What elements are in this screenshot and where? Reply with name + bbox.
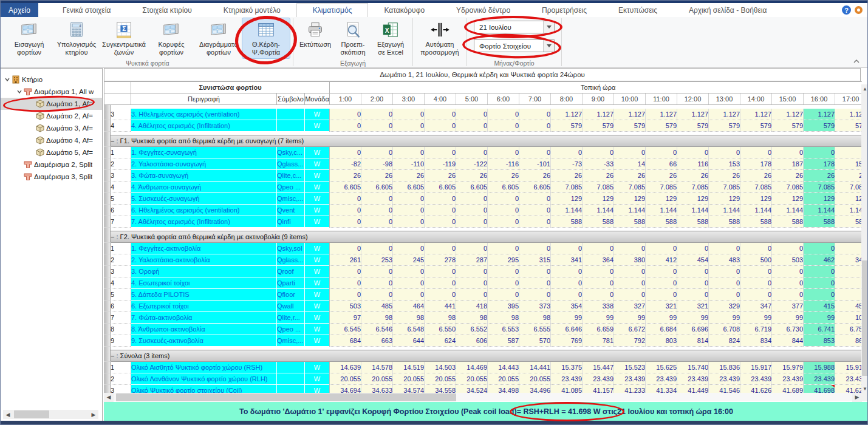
value-cell[interactable]: 0 [393, 147, 425, 158]
value-cell[interactable]: 462 [804, 254, 835, 266]
value-cell[interactable]: 327 [614, 301, 646, 312]
symbol-cell[interactable] [277, 362, 305, 373]
tab-quantities[interactable]: Προμετρήσεις [526, 3, 603, 17]
value-cell[interactable]: 0 [772, 266, 804, 277]
value-cell[interactable]: 14.578 [361, 362, 393, 373]
value-cell[interactable]: 15.836 [709, 362, 740, 373]
load-charts-button[interactable]: Διαγράμματα φορτίων [195, 18, 242, 58]
tree-item[interactable]: Δωμάτιο 3, Af= [1, 122, 102, 134]
value-cell[interactable]: 6.605 [361, 182, 393, 193]
value-cell[interactable]: 178 [804, 158, 835, 170]
load-description-cell[interactable]: Ολικό Αισθητό Ψυκτικό φορτίο χώρου (RSH) [131, 362, 277, 373]
value-cell[interactable]: 0 [519, 120, 551, 132]
value-cell[interactable]: 0 [393, 120, 425, 132]
tree-item[interactable]: Δωμάτιο 4, Af= [1, 134, 102, 146]
value-cell[interactable]: 129 [646, 193, 677, 205]
value-cell[interactable]: 684 [330, 335, 361, 347]
value-cell[interactable]: 0 [740, 243, 772, 254]
scroll-right-icon[interactable]: ▶ [852, 393, 862, 402]
value-cell[interactable]: 0 [361, 243, 393, 254]
value-cell[interactable]: 0 [835, 243, 862, 254]
value-cell[interactable]: 0 [740, 266, 772, 277]
value-cell[interactable]: 6.552 [456, 324, 488, 335]
value-cell[interactable]: 0 [361, 193, 393, 205]
value-cell[interactable]: 14.639 [330, 362, 361, 373]
value-cell[interactable]: 6.605 [519, 182, 551, 193]
tab-home-help[interactable]: Αρχική σελίδα - Βοήθεια [673, 3, 782, 17]
value-cell[interactable]: 0 [456, 289, 488, 301]
value-cell[interactable]: 418 [456, 301, 488, 312]
load-description-cell[interactable]: 5. Συσκευές-συναγωγή [131, 193, 277, 205]
value-cell[interactable]: 0 [456, 205, 488, 216]
load-description-cell[interactable]: 5. Δάπεδα PILOTIS [131, 289, 277, 301]
value-cell[interactable]: -33 [583, 158, 614, 170]
value-cell[interactable]: 1.127 [583, 109, 614, 120]
value-cell[interactable]: 7.085 [551, 182, 583, 193]
value-cell[interactable]: 14.519 [393, 362, 425, 373]
value-cell[interactable]: 0 [519, 147, 551, 158]
value-cell[interactable]: 99 [740, 312, 772, 324]
value-cell[interactable]: 0 [330, 193, 361, 205]
value-cell[interactable]: 0 [772, 243, 804, 254]
value-cell[interactable]: 23.439 [551, 373, 583, 385]
symbol-cell[interactable]: Qmisc,... [277, 335, 305, 347]
value-cell[interactable]: 0 [456, 193, 488, 205]
value-cell[interactable]: 26 [488, 170, 519, 182]
value-cell[interactable]: 15.625 [646, 362, 677, 373]
hour-header-1500[interactable]: 15:00 [772, 93, 804, 105]
value-cell[interactable]: 7.085 [835, 182, 862, 193]
value-cell[interactable]: 485 [361, 301, 393, 312]
value-cell[interactable]: 483 [709, 254, 740, 266]
value-cell[interactable]: 0 [519, 266, 551, 277]
value-cell[interactable]: 0 [583, 277, 614, 289]
scroll-up-icon[interactable]: ▲ [861, 84, 868, 93]
value-cell[interactable]: 26 [456, 170, 488, 182]
value-cell[interactable]: 0 [488, 193, 519, 205]
symbol-cell[interactable] [277, 373, 305, 385]
help-icon[interactable]: ? [842, 5, 851, 15]
value-cell[interactable]: 0 [772, 277, 804, 289]
symbol-cell[interactable]: Qpeo ... [277, 182, 305, 193]
value-cell[interactable]: 579 [835, 120, 862, 132]
value-cell[interactable]: 0 [456, 216, 488, 228]
value-cell[interactable]: 588 [646, 216, 677, 228]
value-cell[interactable]: 343 [835, 254, 862, 266]
symbol-cell[interactable] [277, 109, 305, 120]
insert-loads-button[interactable]: Εισαγωγή φορτίων [5, 18, 53, 58]
value-cell[interactable]: 588 [772, 216, 804, 228]
scroll-right-icon[interactable]: ▶ [89, 410, 98, 419]
value-cell[interactable]: 6.605 [456, 182, 488, 193]
value-cell[interactable]: 15.523 [614, 362, 646, 373]
load-description-cell[interactable]: 2. Υαλοστάσια-συναγωγή [131, 158, 277, 170]
value-cell[interactable]: 41.620 [835, 385, 862, 393]
value-cell[interactable]: 803 [646, 335, 677, 347]
tree-item[interactable]: Δωμάτιο 5, Af= [1, 146, 102, 158]
value-cell[interactable]: 1.127 [804, 109, 835, 120]
hour-header-1600[interactable]: 16:00 [804, 93, 835, 105]
value-cell[interactable]: 0 [393, 109, 425, 120]
value-cell[interactable]: 26 [772, 170, 804, 182]
support-ring-icon[interactable] [855, 6, 863, 14]
value-cell[interactable]: 0 [330, 205, 361, 216]
autofit-button[interactable]: Αυτόματη προσαρμογή [416, 18, 463, 58]
value-cell[interactable]: 0 [709, 266, 740, 277]
value-cell[interactable]: 0 [456, 243, 488, 254]
value-cell[interactable]: 0 [425, 243, 456, 254]
value-cell[interactable]: 0 [709, 277, 740, 289]
value-cell[interactable]: 503 [772, 254, 804, 266]
value-cell[interactable]: 98 [456, 312, 488, 324]
value-cell[interactable]: 0 [425, 120, 456, 132]
value-cell[interactable]: 6.751 [835, 324, 862, 335]
value-cell[interactable]: 0 [330, 243, 361, 254]
value-cell[interactable]: 1.144 [772, 205, 804, 216]
load-description-cell[interactable]: 6. Ηθελημένος αερισμός (ventilation) [131, 205, 277, 216]
value-cell[interactable]: 7.085 [583, 182, 614, 193]
value-cell[interactable]: 1.144 [551, 205, 583, 216]
value-cell[interactable]: 0 [393, 216, 425, 228]
value-cell[interactable]: 6.646 [551, 324, 583, 335]
value-cell[interactable]: 0 [804, 243, 835, 254]
value-cell[interactable]: 321 [646, 301, 677, 312]
value-cell[interactable]: 0 [804, 289, 835, 301]
expand-chevron-icon[interactable] [3, 76, 12, 83]
value-cell[interactable]: 0 [646, 147, 677, 158]
